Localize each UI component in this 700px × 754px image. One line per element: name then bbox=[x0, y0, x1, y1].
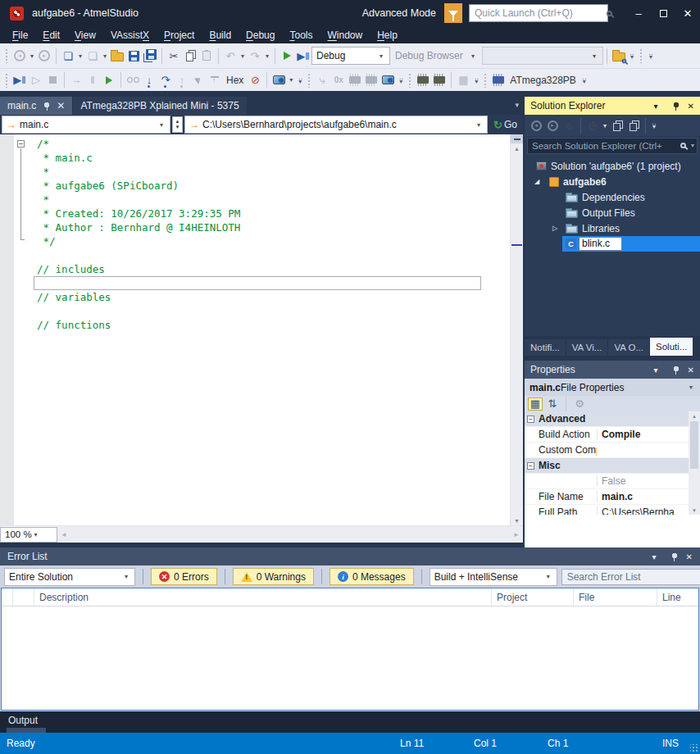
solution-explorer-titlebar[interactable]: Solution Explorer ▾ ✕ bbox=[525, 97, 700, 115]
add-item-icon[interactable] bbox=[84, 47, 101, 65]
cut-icon[interactable] bbox=[166, 47, 182, 65]
code-line[interactable]: // includes bbox=[37, 262, 509, 276]
close-icon[interactable]: ✕ bbox=[688, 366, 694, 375]
tab-device-info[interactable]: ATmega328PB Xplained Mini - 5375 bbox=[73, 97, 246, 115]
property-value[interactable]: main.c bbox=[597, 491, 689, 502]
copy-icon[interactable] bbox=[182, 47, 198, 65]
messages-filter-button[interactable]: i 0 Messages bbox=[330, 568, 414, 585]
menu-tools[interactable]: Tools bbox=[282, 28, 320, 43]
device-view-dropdown-icon[interactable] bbox=[287, 71, 295, 89]
code-line[interactable]: * Author : Bernhard @ I4HEINLOTH bbox=[37, 220, 509, 234]
editor-horizontal-scrollbar[interactable]: ◄ ► bbox=[57, 526, 523, 543]
redo-dropdown-icon[interactable] bbox=[263, 47, 271, 65]
toolbar-grip[interactable] bbox=[5, 73, 9, 88]
collapse-icon[interactable]: − bbox=[527, 462, 534, 470]
tree-item-output-files[interactable]: Output Files bbox=[525, 205, 700, 220]
redo-icon[interactable] bbox=[247, 47, 263, 65]
selected-device-label[interactable]: ATmega328PB bbox=[507, 75, 580, 86]
scrollbar-thumb[interactable] bbox=[690, 421, 698, 469]
restart-icon[interactable] bbox=[68, 71, 84, 89]
categorized-view-icon[interactable] bbox=[528, 397, 543, 411]
tree-item-dependencies[interactable]: Dependencies bbox=[525, 189, 700, 205]
code-line[interactable]: * aufgabe6 (SPiCboard) bbox=[37, 179, 509, 193]
quick-launch-input[interactable] bbox=[470, 7, 607, 19]
close-tab-icon[interactable]: ✕ bbox=[57, 100, 65, 111]
save-icon[interactable] bbox=[125, 47, 142, 65]
code-line[interactable]: * bbox=[37, 165, 509, 179]
open-file-icon[interactable] bbox=[109, 47, 125, 65]
hex-toggle-button[interactable]: Hex bbox=[223, 75, 247, 86]
navigate-forward-icon[interactable] bbox=[36, 47, 52, 65]
solution-search-box[interactable] bbox=[527, 138, 698, 154]
code-line[interactable]: * bbox=[37, 193, 509, 207]
collapse-all-icon[interactable] bbox=[625, 116, 642, 134]
tab-list-chevron-icon[interactable]: ▾ bbox=[515, 101, 519, 109]
undo-dropdown-icon[interactable] bbox=[239, 47, 247, 65]
menu-edit[interactable]: Edit bbox=[35, 28, 67, 43]
collapsed-icon[interactable]: ▷ bbox=[552, 225, 557, 232]
start-debugging-icon[interactable] bbox=[279, 47, 295, 65]
attach-to-target-icon[interactable] bbox=[28, 71, 44, 89]
pin-icon[interactable] bbox=[43, 102, 51, 111]
menu-vassistx[interactable]: VAssistX bbox=[103, 28, 157, 43]
fold-collapse-icon[interactable]: − bbox=[17, 140, 25, 148]
resize-grip[interactable] bbox=[690, 744, 698, 752]
navigate-back-dropdown-icon[interactable] bbox=[28, 47, 36, 65]
toolbar-overflow-icon[interactable] bbox=[396, 72, 406, 89]
menu-view[interactable]: View bbox=[67, 28, 103, 43]
toolbar-grip[interactable] bbox=[408, 73, 412, 88]
code-line[interactable]: */ bbox=[37, 234, 509, 248]
scroll-up-icon[interactable]: ▲ bbox=[511, 143, 523, 153]
alphabetical-sort-icon[interactable] bbox=[545, 397, 560, 411]
file-path-combo[interactable]: → C:\Users\Bernhard\projects\aufgabe6\ma… bbox=[184, 116, 488, 134]
property-value[interactable]: C:\Users\Bernha bbox=[597, 506, 689, 515]
tree-item-libraries[interactable]: ▷Libraries bbox=[525, 220, 700, 236]
property-row-build-action[interactable]: Build ActionCompile bbox=[525, 427, 700, 443]
search-options-icon[interactable] bbox=[689, 137, 697, 155]
window-position-icon[interactable]: ▾ bbox=[652, 552, 657, 561]
pin-icon[interactable] bbox=[664, 552, 679, 561]
toolbar-overflow-icon[interactable] bbox=[627, 48, 637, 64]
code-line[interactable]: // variables bbox=[37, 290, 509, 304]
menu-help[interactable]: Help bbox=[370, 28, 405, 43]
close-icon[interactable]: ✕ bbox=[686, 552, 693, 561]
run-to-line-icon[interactable] bbox=[207, 71, 223, 89]
toolbar-grip[interactable] bbox=[307, 73, 311, 88]
code-line[interactable] bbox=[37, 248, 509, 262]
forward-icon[interactable] bbox=[544, 116, 561, 134]
undo-icon[interactable] bbox=[222, 47, 239, 65]
splitter-handle[interactable] bbox=[511, 134, 523, 143]
toolbar-grip[interactable] bbox=[5, 48, 9, 63]
rename-edit-box[interactable]: blink.c bbox=[579, 237, 622, 251]
solution-configuration-combo[interactable]: Debug bbox=[311, 47, 390, 65]
toolbar-overflow-icon[interactable] bbox=[649, 117, 659, 134]
editor-vertical-scrollbar[interactable]: ▲ ▼ bbox=[510, 134, 523, 525]
properties-object-combo[interactable]: main.c File Properties bbox=[525, 379, 700, 396]
scroll-down-icon[interactable]: ▼ bbox=[689, 506, 700, 515]
device-programming-icon[interactable] bbox=[415, 71, 431, 89]
tree-item-solution-aufgabe6-1-project[interactable]: Solution 'aufgabe6' (1 project) bbox=[525, 158, 700, 174]
scroll-up-icon[interactable]: ▲ bbox=[689, 411, 700, 420]
navigate-back-icon[interactable] bbox=[11, 47, 28, 65]
solution-search-input[interactable] bbox=[528, 141, 678, 151]
find-in-files-icon[interactable] bbox=[611, 47, 627, 65]
collapse-icon[interactable]: − bbox=[527, 416, 534, 423]
disable-breakpoints-icon[interactable] bbox=[247, 71, 263, 89]
new-project-icon[interactable] bbox=[60, 47, 76, 65]
grid-view-icon[interactable] bbox=[455, 71, 471, 89]
tree-item-blink-c[interactable]: Cblink.c bbox=[525, 236, 700, 252]
code-line[interactable]: /* bbox=[37, 137, 509, 151]
error-list-titlebar[interactable]: Error List ▾ ✕ bbox=[0, 547, 700, 566]
device-view-icon[interactable] bbox=[270, 71, 287, 89]
pin-icon[interactable] bbox=[666, 102, 680, 111]
new-project-dropdown-icon[interactable] bbox=[76, 47, 84, 65]
error-search-box[interactable] bbox=[561, 569, 700, 585]
go-button[interactable]: ↻ Go bbox=[489, 119, 521, 131]
toolbar-overflow-icon[interactable] bbox=[471, 72, 481, 89]
menu-project[interactable]: Project bbox=[157, 28, 202, 43]
start-without-debugging-icon[interactable] bbox=[295, 47, 311, 65]
toolbar-grip[interactable] bbox=[484, 73, 488, 88]
step-into-icon[interactable] bbox=[141, 71, 157, 89]
back-icon[interactable] bbox=[528, 116, 544, 134]
property-pages-icon[interactable] bbox=[572, 397, 587, 411]
